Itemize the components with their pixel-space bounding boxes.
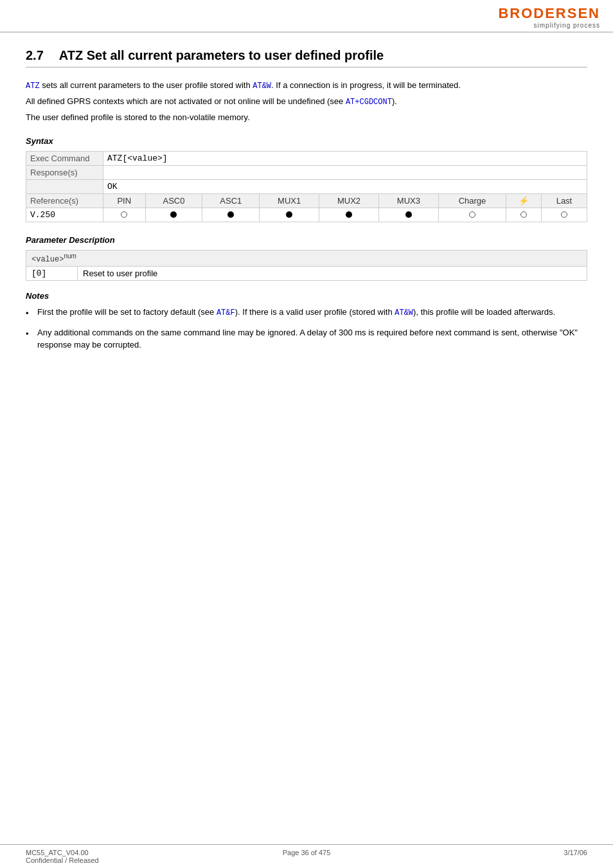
bullet-2: • — [26, 326, 32, 341]
syntax-ref-table: Exec Command ATZ[<value>] Response(s) OK… — [26, 151, 587, 222]
param-desc-0: Reset to user profile — [78, 267, 587, 281]
note-text-1: First the profile will be set to factory… — [37, 306, 555, 319]
param-desc-title: Parameter Description — [26, 235, 587, 245]
val-special — [506, 208, 542, 222]
footer-date: 3/17/06 — [400, 849, 587, 864]
response-value-row: OK — [26, 180, 587, 194]
desc-line3: The user defined profile is stored to th… — [26, 111, 587, 125]
dot-asc0 — [170, 211, 177, 218]
page-header: BRODERSEN simplifying process — [0, 0, 613, 33]
val-last — [541, 208, 587, 222]
page-footer: MC55_ATC_V04.00 Confidential / Released … — [0, 844, 613, 868]
circle-charge — [469, 211, 475, 218]
footer-page: Page 36 of 475 — [213, 849, 400, 864]
col-pin: PIN — [103, 194, 146, 208]
response-ok: OK — [103, 180, 587, 194]
col-asc1: ASC1 — [202, 194, 260, 208]
val-mux1 — [260, 208, 319, 222]
param-key-0: [0] — [26, 267, 78, 281]
dot-mux2 — [346, 211, 352, 218]
col-charge: Charge — [438, 194, 506, 208]
logo-text: BRODERSEN — [498, 5, 600, 22]
desc-line2: All defined GPRS contexts which are not … — [26, 95, 587, 109]
description-block: ATZ sets all current parameters to the u… — [26, 79, 587, 125]
circle-last — [561, 211, 567, 218]
param-header-cell: <value>num — [26, 251, 587, 267]
col-mux1: MUX1 — [260, 194, 319, 208]
col-mux2: MUX2 — [319, 194, 379, 208]
footer-confidential: Confidential / Released — [26, 856, 213, 864]
desc-line1: ATZ sets all current parameters to the u… — [26, 79, 587, 93]
section-heading: 2.7 ATZ Set all current parameters to us… — [26, 48, 587, 67]
ref-label: Reference(s) — [26, 194, 103, 208]
logo-block: BRODERSEN simplifying process — [498, 5, 600, 29]
dot-asc1 — [227, 211, 234, 218]
notes-title: Notes — [26, 291, 587, 301]
circle-special — [520, 211, 527, 218]
val-pin — [103, 208, 146, 222]
dot-mux3 — [405, 211, 412, 218]
logo-subtitle: simplifying process — [534, 22, 600, 29]
bullet-1: • — [26, 306, 32, 320]
code-atw-notes: AT&W — [395, 308, 413, 317]
code-atw: AT&W — [253, 82, 271, 91]
param-row-0: [0] Reset to user profile — [26, 267, 587, 281]
ref-row-label: V.250 — [26, 208, 103, 222]
param-table: <value>num [0] Reset to user profile — [26, 250, 587, 281]
response-label: Response(s) — [26, 166, 103, 180]
code-atz: ATZ — [26, 82, 40, 91]
col-mux3: MUX3 — [378, 194, 438, 208]
col-special: ⚡ — [506, 194, 542, 208]
response-value — [103, 166, 587, 180]
val-asc1 — [202, 208, 260, 222]
param-header-row: <value>num — [26, 251, 587, 267]
note-item-1: • First the profile will be set to facto… — [26, 306, 587, 320]
footer-doc-id: MC55_ATC_V04.00 — [26, 849, 213, 856]
val-mux2 — [319, 208, 379, 222]
dot-mux1 — [286, 211, 292, 218]
ref-value-row: V.250 — [26, 208, 587, 222]
code-cgdcont: AT+CGDCONT — [346, 98, 392, 107]
syntax-title: Syntax — [26, 136, 587, 146]
col-last: Last — [541, 194, 587, 208]
notes-list: • First the profile will be set to facto… — [26, 306, 587, 351]
note-item-2: • Any additional commands on the same co… — [26, 326, 587, 351]
main-content: 2.7 ATZ Set all current parameters to us… — [0, 33, 613, 377]
note-text-2: Any additional commands on the same comm… — [37, 326, 587, 351]
section-title: ATZ Set all current parameters to user d… — [59, 48, 384, 63]
val-mux3 — [378, 208, 438, 222]
footer-left: MC55_ATC_V04.00 Confidential / Released — [26, 849, 213, 864]
section-number: 2.7 — [26, 48, 44, 63]
code-atf: AT&F — [217, 308, 235, 317]
val-asc0 — [145, 208, 202, 222]
exec-command-row: Exec Command ATZ[<value>] — [26, 152, 587, 166]
ref-header-row: Reference(s) PIN ASC0 ASC1 MUX1 MUX2 MUX… — [26, 194, 587, 208]
val-charge — [438, 208, 506, 222]
exec-command-label: Exec Command — [26, 152, 103, 166]
col-asc0: ASC0 — [145, 194, 202, 208]
circle-pin — [121, 211, 127, 218]
response-row: Response(s) — [26, 166, 587, 180]
exec-command-value: ATZ[<value>] — [103, 152, 587, 166]
